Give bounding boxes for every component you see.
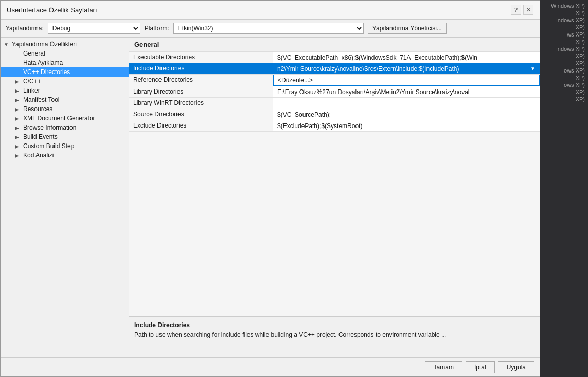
tree-item-buildevents[interactable]: ▶Build Events — [1, 132, 129, 141]
props-section-header: General — [129, 38, 540, 52]
expand-icon-vcpp — [15, 69, 23, 75]
prop-name-ref_dirs: Reference Directories — [129, 75, 273, 86]
prop-edit-text-ref_dirs: <Düzenle...> — [278, 77, 313, 84]
prop-value-exec_dirs: $(VC_ExecutablePath_x86);$(WindowsSdk_71… — [273, 52, 540, 63]
expand-icon-linker: ▶ — [15, 88, 23, 94]
config-bar: Yapılandırma: Debug Platform: Etkin(Win3… — [1, 20, 540, 38]
platform-label: Platform: — [145, 25, 169, 32]
vs-right-item: Windows XP) — [551, 2, 585, 9]
prop-value-src_dirs: $(VC_SourcePath); — [273, 109, 540, 120]
prop-name-include_dirs: Include Directories — [129, 63, 273, 74]
tree-label-xmldoc: XML Document Generator — [23, 115, 95, 122]
tree-item-vcpp[interactable]: VC++ Directories — [1, 67, 129, 77]
tree-item-cpp[interactable]: ▶C/C++ — [1, 77, 129, 86]
vs-right-item: XP) — [551, 9, 585, 16]
prop-name-libwinrt_dirs: Library WinRT Directories — [129, 98, 273, 109]
expand-icon-browse: ▶ — [15, 125, 23, 131]
tree-item-browse[interactable]: ▶Browse Information — [1, 123, 129, 132]
expand-icon-cpp: ▶ — [15, 79, 23, 84]
expand-icon-hata — [15, 60, 23, 66]
tree-label-custombuild: Custom Build Step — [23, 142, 74, 150]
tree-panel: ▼ Yapılandırma Özellikleri General Hata … — [1, 38, 129, 357]
dialog-titlebar: UserInterface Özellik Sayfaları ? ✕ — [1, 1, 540, 20]
tree-item-resources[interactable]: ▶Resources — [1, 104, 129, 114]
vs-right-item: XP) — [551, 24, 585, 31]
prop-value-lib_dirs: E:\Eray Oksuz%27un Dosyaları\Arşiv\Metin… — [273, 86, 540, 97]
prop-dropdown-arrow-include_dirs[interactable]: ▼ — [530, 66, 536, 71]
tree-label-buildevents: Build Events — [23, 133, 58, 140]
vs-right-item: XP) — [551, 74, 585, 81]
vs-right-item: ows XP) — [551, 81, 585, 88]
desc-text: Path to use when searching for include f… — [134, 331, 534, 339]
prop-value-text-excl_dirs: $(ExcludePath);$(SystemRoot) — [277, 122, 362, 130]
expand-icon-xmldoc: ▶ — [15, 116, 23, 121]
prop-row-excl_dirs[interactable]: Exclude Directories$(ExcludePath);$(Syst… — [129, 120, 540, 132]
vs-right-item: XP) — [551, 52, 585, 60]
expand-icon-general — [15, 51, 23, 57]
dialog-title: UserInterface Özellik Sayfaları — [7, 6, 97, 14]
config-label: Yapılandırma: — [6, 25, 44, 32]
prop-value-text-lib_dirs: E:\Eray Oksuz%27un Dosyaları\Arşiv\Metin… — [277, 88, 469, 96]
tree-label-browse: Browse Information — [23, 124, 76, 131]
tree-item-linker[interactable]: ▶Linker — [1, 86, 129, 95]
config-manage-button[interactable]: Yapılandırma Yöneticisi... — [368, 23, 447, 34]
prop-row-include_dirs[interactable]: Include Directoriesn2\Ymir Source\kraizy… — [129, 63, 540, 75]
prop-value-ref_dirs[interactable]: <Düzenle...> — [273, 75, 540, 86]
vs-right-item: XP) — [551, 88, 585, 96]
tree-item-hata[interactable]: Hata Ayıklama — [1, 58, 129, 67]
config-select[interactable]: Debug — [48, 23, 140, 34]
desc-title: Include Directories — [134, 321, 534, 329]
tree-label-manifest: Manifest Tool — [23, 96, 59, 103]
prop-name-lib_dirs: Library Directories — [129, 86, 273, 97]
vs-right-item: ows XP) — [551, 67, 585, 74]
expand-icon-manifest: ▶ — [15, 97, 23, 103]
tree-item-kodanalizi[interactable]: ▶Kod Analizi — [1, 151, 129, 160]
prop-value-include_dirs[interactable]: n2\Ymir Source\kraizy\novaline\Srcs\Exte… — [273, 63, 540, 74]
tree-item-custombuild[interactable]: ▶Custom Build Step — [1, 141, 129, 151]
tree-item-general[interactable]: General — [1, 49, 129, 58]
vs-right-item: XP) — [551, 38, 585, 45]
prop-row-exec_dirs[interactable]: Executable Directories$(VC_ExecutablePat… — [129, 52, 540, 63]
props-panel: General Executable Directories$(VC_Execu… — [129, 38, 540, 357]
vs-right-item: XP) — [551, 96, 585, 103]
expand-icon-custombuild: ▶ — [15, 143, 23, 149]
prop-value-text-exec_dirs: $(VC_ExecutablePath_x86);$(WindowsSdk_71… — [277, 54, 477, 61]
vs-right-item: XP) — [551, 60, 585, 67]
vs-right-item: indows XP) — [551, 16, 585, 24]
dialog-close-button[interactable]: ✕ — [523, 5, 533, 15]
tree-label-linker: Linker — [23, 87, 40, 94]
expand-icon-buildevents: ▶ — [15, 134, 23, 140]
tree-item-manifest[interactable]: ▶Manifest Tool — [1, 95, 129, 104]
dialog-controls: ? ✕ — [511, 5, 533, 15]
prop-value-excl_dirs: $(ExcludePath);$(SystemRoot) — [273, 120, 540, 131]
tree-label-resources: Resources — [23, 105, 52, 113]
expand-icon-resources: ▶ — [15, 106, 23, 112]
prop-name-src_dirs: Source Directories — [129, 109, 273, 120]
action-row: TamamİptalUygula — [1, 357, 540, 376]
root-expand-icon: ▼ — [4, 42, 12, 47]
prop-row-ref_dirs[interactable]: Reference Directories<Düzenle...> — [129, 75, 540, 86]
apply-button[interactable]: Uygula — [498, 361, 534, 373]
ok-button[interactable]: Tamam — [425, 361, 462, 373]
tree-item-xmldoc[interactable]: ▶XML Document Generator — [1, 114, 129, 123]
prop-row-lib_dirs[interactable]: Library DirectoriesE:\Eray Oksuz%27un Do… — [129, 86, 540, 98]
platform-select[interactable]: Etkin(Win32) — [173, 23, 364, 34]
main-content: ▼ Yapılandırma Özellikleri General Hata … — [1, 38, 540, 357]
tree-label-cpp: C/C++ — [23, 78, 41, 85]
prop-name-exec_dirs: Executable Directories — [129, 52, 273, 63]
tree-label-kodanalizi: Kod Analizi — [23, 152, 54, 159]
expand-icon-kodanalizi: ▶ — [15, 153, 23, 158]
prop-value-text-src_dirs: $(VC_SourcePath); — [277, 111, 331, 118]
props-table: Executable Directories$(VC_ExecutablePat… — [129, 52, 540, 316]
cancel-button[interactable]: İptal — [466, 361, 495, 373]
prop-row-libwinrt_dirs[interactable]: Library WinRT Directories — [129, 98, 540, 109]
description-panel: Include Directories Path to use when sea… — [129, 316, 540, 357]
tree-label-hata: Hata Ayıklama — [23, 59, 63, 66]
prop-row-src_dirs[interactable]: Source Directories$(VC_SourcePath); — [129, 109, 540, 120]
vs-right-item: ws XP) — [551, 31, 585, 38]
prop-value-text-include_dirs: n2\Ymir Source\kraizy\novaline\Srcs\Exte… — [277, 65, 530, 73]
tree-label-general: General — [23, 50, 45, 57]
prop-name-excl_dirs: Exclude Directories — [129, 120, 273, 131]
dialog-help-button[interactable]: ? — [511, 5, 521, 15]
tree-root[interactable]: ▼ Yapılandırma Özellikleri — [1, 40, 129, 49]
